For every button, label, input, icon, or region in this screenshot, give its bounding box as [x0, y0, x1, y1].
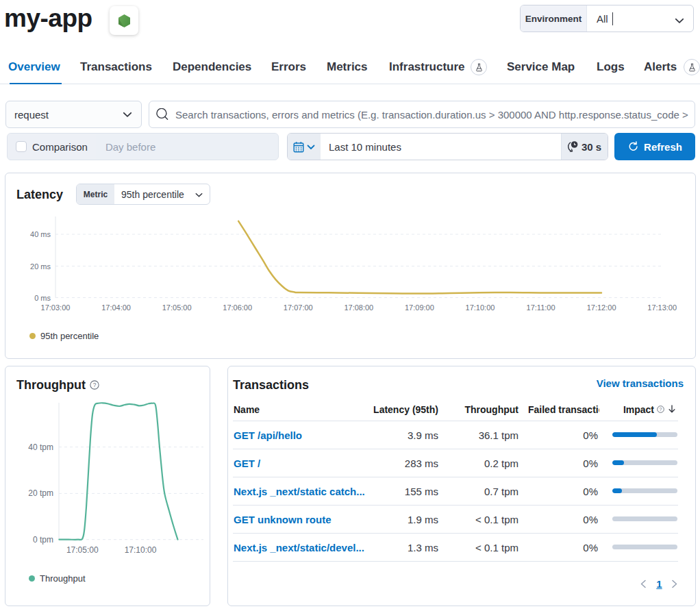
svg-text:40 ms: 40 ms [30, 230, 51, 238]
svg-text:17:09:00: 17:09:00 [405, 303, 434, 312]
svg-text:20 ms: 20 ms [30, 262, 51, 271]
svg-text:17:13:00: 17:13:00 [647, 303, 677, 312]
svg-text:17:11:00: 17:11:00 [527, 303, 555, 312]
svg-text:17:06:00: 17:06:00 [223, 303, 252, 312]
svg-text:0 tpm: 0 tpm [33, 535, 53, 545]
svg-text:40 tpm: 40 tpm [28, 442, 53, 452]
svg-text:0 ms: 0 ms [34, 294, 51, 302]
svg-text:17:08:00: 17:08:00 [344, 303, 373, 312]
svg-text:17:05:00: 17:05:00 [66, 545, 99, 555]
svg-text:17:04:00: 17:04:00 [101, 303, 131, 312]
svg-text:17:10:00: 17:10:00 [466, 303, 495, 312]
svg-text:17:05:00: 17:05:00 [162, 303, 192, 312]
svg-text:?: ? [660, 407, 662, 412]
svg-text:17:03:00: 17:03:00 [41, 303, 71, 312]
svg-text:17:07:00: 17:07:00 [284, 303, 313, 312]
svg-text:20 tpm: 20 tpm [28, 488, 53, 498]
svg-text:17:12:00: 17:12:00 [587, 303, 616, 312]
svg-text:17:10:00: 17:10:00 [125, 545, 157, 555]
